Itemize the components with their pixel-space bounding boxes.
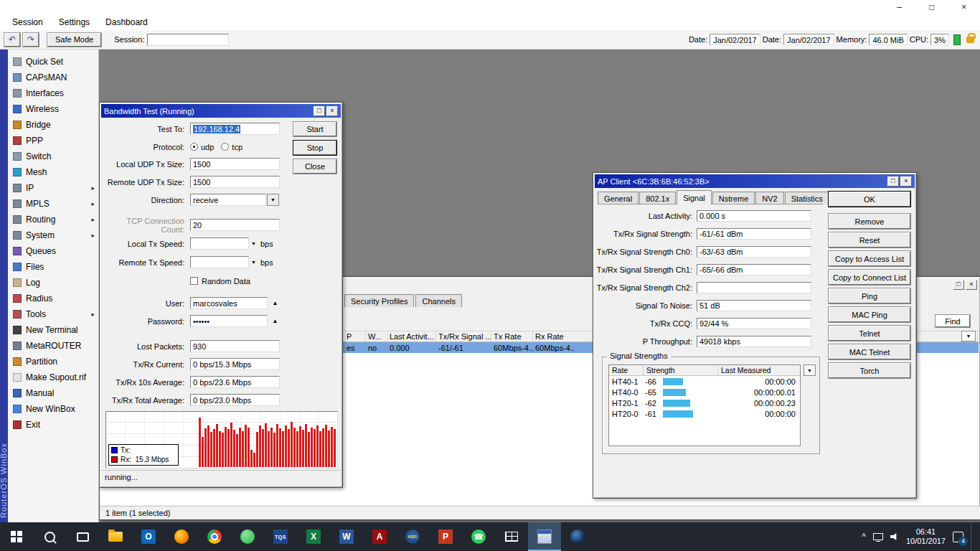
column-last-measured[interactable]: Last Measured — [718, 365, 800, 375]
column-selector-dropdown[interactable]: ▼ — [804, 364, 816, 376]
chevron-up-icon[interactable]: ▲ — [270, 298, 280, 308]
chevron-down-icon[interactable]: ▼ — [251, 241, 256, 246]
sidebar-item-exit[interactable]: Exit — [8, 417, 98, 433]
find-button[interactable]: Find — [936, 315, 970, 327]
tab-general[interactable]: General — [598, 192, 639, 204]
taskbar-excel[interactable]: X — [297, 522, 330, 551]
remote-tx-speed-input[interactable] — [190, 256, 249, 268]
menu-settings[interactable]: Settings — [51, 17, 98, 27]
tab-security-profiles[interactable]: Security Profiles — [344, 294, 414, 307]
local-udp-tx-size-input[interactable]: 1500 — [190, 158, 280, 170]
sidebar-item-new-winbox[interactable]: New WinBox — [8, 401, 98, 417]
remove-button[interactable]: Remove — [829, 214, 910, 229]
telnet-button[interactable]: Telnet — [829, 326, 910, 341]
ap-client-dialog[interactable]: AP Client <6C:3B:6B:46:52:3B> □ × Genera… — [593, 172, 917, 499]
taskbar-chrome[interactable] — [198, 522, 231, 551]
sidebar-item-manual[interactable]: Manual — [8, 385, 98, 401]
maximize-icon[interactable]: □ — [953, 280, 964, 290]
signal-row[interactable]: HT40-1-6600:00:00 — [609, 376, 800, 387]
close-icon[interactable]: × — [948, 0, 980, 14]
ping-button[interactable]: Ping — [829, 288, 910, 303]
column-header-w[interactable]: W... — [366, 331, 387, 342]
taskbar-file-explorer[interactable] — [99, 522, 132, 551]
sidebar-item-system[interactable]: System▸ — [8, 227, 98, 243]
taskbar-acrobat[interactable]: A — [363, 522, 396, 551]
network-icon[interactable] — [873, 533, 883, 540]
remote-udp-tx-size-input[interactable]: 1500 — [190, 176, 280, 188]
udp-radio[interactable] — [190, 143, 198, 151]
user-input[interactable]: marcosvales — [190, 297, 268, 309]
taskbar-start[interactable] — [0, 522, 33, 551]
taskbar-firefox[interactable] — [165, 522, 198, 551]
close-icon[interactable]: × — [966, 280, 977, 290]
session-input[interactable] — [147, 34, 229, 46]
mac-telnet-button[interactable]: MAC Telnet — [829, 344, 910, 359]
tray-chevron-icon[interactable]: ^ — [862, 532, 866, 542]
signal-strengths-table[interactable]: Rate Strength Last Measured HT40-1-6600:… — [608, 364, 801, 446]
reset-button[interactable]: Reset — [829, 232, 910, 248]
copy-to-access-list-button[interactable]: Copy to Access List — [829, 251, 910, 266]
sidebar-item-queues[interactable]: Queues — [8, 243, 98, 259]
password-input[interactable]: •••••• — [190, 315, 268, 327]
minimize-icon[interactable]: – — [883, 0, 915, 14]
chevron-down-icon[interactable]: ▼ — [251, 260, 256, 265]
sidebar-item-metarouter[interactable]: MetaROUTER — [8, 338, 98, 354]
sidebar-item-make-supout[interactable]: Make Supout.rif — [8, 369, 98, 385]
signal-row[interactable]: HT20-1-6200:00:00.23 — [609, 397, 800, 408]
tab-channels[interactable]: Channels — [415, 294, 461, 307]
show-desktop-button[interactable] — [971, 522, 974, 551]
redo-button[interactable]: ↷ — [23, 33, 39, 47]
tab-statistics[interactable]: Statistics — [785, 192, 829, 204]
taskbar-powerpoint[interactable]: P — [429, 522, 462, 551]
stop-button[interactable]: Stop — [293, 141, 336, 155]
direction-dropdown-button[interactable]: ▼ — [267, 194, 279, 206]
column-rate[interactable]: Rate — [609, 365, 644, 375]
action-center-icon[interactable]: 4 — [953, 532, 963, 542]
sidebar-item-mpls[interactable]: MPLS▸ — [8, 196, 98, 212]
close-icon[interactable]: × — [900, 176, 912, 187]
sidebar-item-capsman[interactable]: CAPsMAN — [8, 70, 98, 85]
sidebar-item-switch[interactable]: Switch — [8, 149, 98, 164]
sidebar-item-routing[interactable]: Routing▸ — [8, 212, 98, 227]
taskbar-word[interactable]: W — [330, 522, 363, 551]
mac-ping-button[interactable]: MAC Ping — [829, 307, 910, 322]
sidebar-item-mesh[interactable]: Mesh — [8, 164, 98, 180]
safe-mode-button[interactable]: Safe Mode — [47, 33, 101, 47]
undo-button[interactable]: ↶ — [4, 33, 20, 47]
start-button[interactable]: Start — [293, 122, 336, 136]
sidebar-item-partition[interactable]: Partition — [8, 354, 98, 369]
sidebar-item-ip[interactable]: IP▸ — [8, 180, 98, 196]
taskbar-winbox[interactable] — [528, 522, 561, 551]
tab-802-1x[interactable]: 802.1x — [639, 192, 676, 204]
chevron-up-icon[interactable]: ▲ — [270, 316, 280, 326]
sidebar-item-interfaces[interactable]: Interfaces — [8, 85, 98, 101]
tab-nstreme[interactable]: Nstreme — [712, 192, 755, 204]
sidebar-item-files[interactable]: Files — [8, 259, 98, 275]
sidebar-item-radius[interactable]: Radius — [8, 291, 98, 306]
maximize-icon[interactable]: □ — [887, 176, 899, 187]
column-header-p[interactable]: P — [344, 331, 366, 342]
maximize-icon[interactable]: □ — [314, 106, 325, 116]
restore-icon[interactable]: □ — [915, 0, 948, 14]
copy-to-connect-list-button[interactable]: Copy to Connect List — [829, 270, 910, 285]
test-to-input[interactable]: 192.168.12.4 — [190, 123, 280, 135]
ok-button[interactable]: OK — [829, 192, 910, 207]
signal-row[interactable]: HT40-0-6500:00:00.01 — [609, 387, 800, 397]
column-header-tx-rx-signal[interactable]: Tx/Rx Signal ... — [436, 331, 491, 342]
bandwidth-test-dialog[interactable]: Bandwidth Test (Running) □ × Test To: 19… — [99, 102, 343, 488]
taskbar-grid-app[interactable] — [495, 522, 528, 551]
close-icon[interactable]: × — [326, 106, 338, 116]
taskbar-search[interactable] — [33, 522, 66, 551]
sidebar-item-new-terminal[interactable]: New Terminal — [8, 322, 98, 338]
torch-button[interactable]: Torch — [829, 363, 910, 378]
direction-select[interactable]: receive — [190, 194, 266, 206]
sidebar-item-ppp[interactable]: PPP — [8, 133, 98, 149]
taskbar-tqs[interactable]: TQS — [264, 522, 297, 551]
signal-row[interactable]: HT20-0-6100:00:00 — [609, 408, 800, 419]
local-tx-speed-input[interactable] — [190, 237, 249, 250]
menu-dashboard[interactable]: Dashboard — [98, 17, 156, 27]
bandwidth-test-titlebar[interactable]: Bandwidth Test (Running) □ × — [101, 104, 341, 118]
volume-icon[interactable] — [890, 532, 899, 541]
taskbar-outlook[interactable]: O — [132, 522, 165, 551]
taskbar-whatsapp[interactable]: ☎ — [462, 522, 495, 551]
